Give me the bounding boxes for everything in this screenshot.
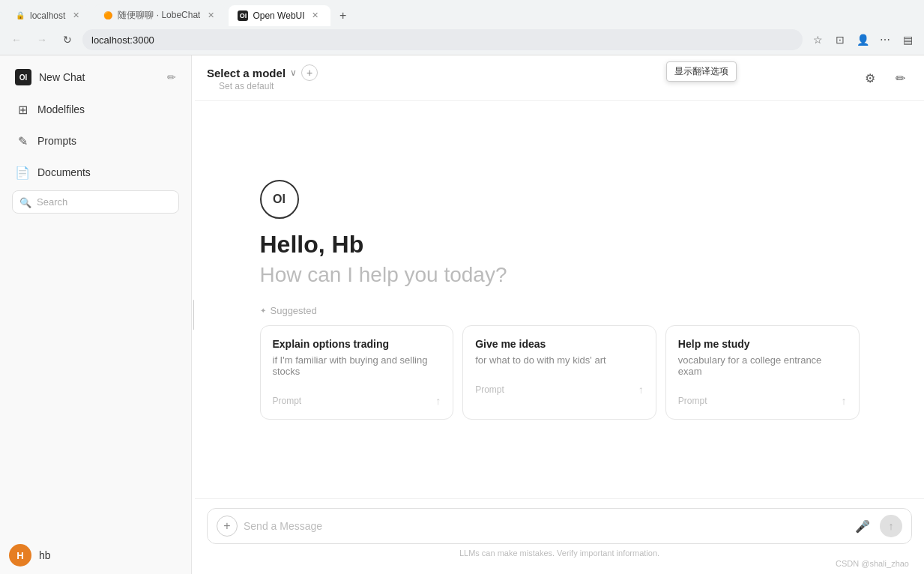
sidebar-top: OI New Chat ✏ ⊞ Modelfiles ✎ Prompts 📄 D… (0, 55, 191, 226)
address-text: localhost:3000 (91, 34, 154, 46)
settings-icon[interactable]: ⚙ (858, 66, 882, 90)
model-selector-chevron-icon: ∨ (290, 67, 297, 78)
address-input[interactable]: localhost:3000 (82, 29, 803, 50)
input-add-button[interactable]: + (217, 516, 238, 537)
suggested-label: Suggested (260, 305, 317, 316)
sidebar-item-modelfiles-label: Modelfiles (37, 103, 176, 115)
card-1-prompt-label: Prompt (475, 384, 504, 395)
card-2-subtitle: vocabulary for a college entrance exam (678, 354, 847, 377)
tab-bar: 🔒 localhost ✕ 🟠 随便聊聊 · LobeChat ✕ OI Ope… (0, 0, 924, 26)
card-1-subtitle: for what to do with my kids' art (475, 354, 644, 366)
tab-openwebui-close[interactable]: ✕ (309, 10, 321, 22)
oi-logo-badge: OI (15, 69, 31, 85)
model-selector-label: Select a model (207, 67, 286, 79)
model-selector[interactable]: Select a model ∨ + (207, 64, 318, 81)
main-content: Select a model ∨ + Set as default ⚙ ✏ OI… (195, 55, 924, 574)
bookmark-icon[interactable]: ☆ (807, 29, 828, 50)
back-button[interactable]: ← (6, 29, 27, 50)
oi-logo-text: OI (273, 193, 286, 206)
greeting-text: Hello, Hb (260, 231, 364, 259)
search-input[interactable] (12, 190, 179, 214)
set-default-label[interactable]: Set as default (207, 81, 318, 91)
new-chat-label: New Chat (39, 71, 85, 83)
tab-localhost[interactable]: 🔒 localhost ✕ (6, 5, 91, 26)
avatar: H (9, 544, 31, 567)
translation-tooltip[interactable]: 显示翻译选项 (666, 61, 737, 82)
tab-localhost-close[interactable]: ✕ (70, 10, 82, 22)
chat-area: OI Hello, Hb How can I help you today? S… (195, 101, 924, 498)
watermark-text: CSDN @shali_zhao (207, 559, 912, 568)
resize-line (193, 300, 194, 330)
card-2-footer: Prompt ↑ (678, 395, 847, 407)
input-area: + 🎤 ↑ LLMs can make mistakes. Verify imp… (195, 498, 924, 574)
card-2-arrow-icon: ↑ (842, 395, 847, 407)
forward-button[interactable]: → (31, 29, 52, 50)
send-button[interactable]: ↑ (880, 515, 902, 537)
suggestion-cards: Explain options trading if I'm familiar … (260, 325, 860, 420)
top-bar: Select a model ∨ + Set as default ⚙ ✏ (195, 55, 924, 101)
card-0-prompt-label: Prompt (273, 396, 302, 406)
tab-lobechat-close[interactable]: ✕ (205, 10, 217, 22)
new-chat-left: OI New Chat (15, 69, 85, 85)
card-2-prompt-label: Prompt (678, 396, 707, 406)
sidebar-item-modelfiles[interactable]: ⊞ Modelfiles (6, 94, 185, 124)
suggestion-card-1[interactable]: Give me ideas for what to do with my kid… (462, 325, 656, 420)
sidebar-toggle-icon[interactable]: ▤ (897, 29, 918, 50)
sidebar-item-prompts-label: Prompts (37, 135, 176, 147)
address-bar: ← → ↻ localhost:3000 ☆ ⊡ 👤 ⋯ ▤ (0, 26, 924, 55)
sidebar-item-documents[interactable]: 📄 Documents (6, 157, 185, 187)
new-chat-row[interactable]: OI New Chat ✏ (6, 61, 185, 93)
tab-openwebui[interactable]: OI Open WebUI ✕ (229, 5, 330, 26)
sidebar: OI New Chat ✏ ⊞ Modelfiles ✎ Prompts 📄 D… (0, 55, 192, 574)
suggestion-card-2[interactable]: Help me study vocabulary for a college e… (665, 325, 860, 420)
message-input[interactable] (244, 520, 845, 532)
search-box: 🔍 (12, 190, 179, 214)
card-0-title: Explain options trading (273, 338, 441, 350)
translation-tooltip-text: 显示翻译选项 (674, 66, 728, 76)
help-text: How can I help you today? (260, 263, 507, 287)
modelfiles-icon: ⊞ (15, 102, 30, 117)
tab-localhost-label: localhost (30, 10, 65, 21)
tab-lobechat[interactable]: 🟠 随便聊聊 · LobeChat ✕ (94, 4, 226, 26)
card-0-footer: Prompt ↑ (273, 395, 441, 407)
app-container: OI New Chat ✏ ⊞ Modelfiles ✎ Prompts 📄 D… (0, 55, 924, 574)
openwebui-favicon: OI (238, 10, 248, 21)
localhost-favicon: 🔒 (15, 10, 25, 21)
username: hb (39, 549, 51, 561)
mic-button[interactable]: 🎤 (851, 515, 874, 537)
extensions-icon[interactable]: ⊡ (830, 29, 851, 50)
edit-icon: ✏ (167, 71, 176, 83)
lobechat-favicon: 🟠 (103, 10, 113, 21)
sidebar-item-prompts[interactable]: ✎ Prompts (6, 126, 185, 156)
input-row: + 🎤 ↑ (207, 508, 912, 544)
reload-button[interactable]: ↻ (57, 29, 78, 50)
browser-chrome: 🔒 localhost ✕ 🟠 随便聊聊 · LobeChat ✕ OI Ope… (0, 0, 924, 55)
prompts-icon: ✎ (15, 133, 30, 148)
card-0-subtitle: if I'm familiar with buying and selling … (273, 354, 441, 377)
card-2-title: Help me study (678, 338, 847, 350)
card-1-arrow-icon: ↑ (638, 384, 644, 396)
sidebar-item-documents-label: Documents (37, 166, 176, 178)
suggested-label-text: Suggested (271, 305, 317, 316)
profile-icon[interactable]: 👤 (852, 29, 873, 50)
card-1-footer: Prompt ↑ (475, 384, 644, 396)
model-add-button[interactable]: + (301, 64, 318, 81)
more-icon[interactable]: ⋯ (875, 29, 896, 50)
tab-openwebui-label: Open WebUI (253, 10, 304, 21)
suggestion-card-0[interactable]: Explain options trading if I'm familiar … (260, 325, 454, 420)
sidebar-footer[interactable]: H hb (0, 537, 191, 574)
card-0-arrow-icon: ↑ (435, 395, 441, 407)
compose-icon[interactable]: ✏ (888, 66, 912, 90)
oi-logo: OI (260, 180, 299, 219)
tab-lobechat-label: 随便聊聊 · LobeChat (118, 9, 200, 22)
avatar-initials: H (16, 550, 23, 561)
new-tab-button[interactable]: + (333, 6, 353, 25)
welcome-section: OI Hello, Hb How can I help you today? S… (260, 180, 860, 420)
disclaimer-text: LLMs can make mistakes. Verify important… (207, 544, 912, 559)
toolbar-actions: ☆ ⊡ 👤 ⋯ ▤ (807, 29, 918, 50)
search-icon: 🔍 (19, 196, 31, 208)
card-1-title: Give me ideas (475, 338, 644, 350)
top-bar-right: ⚙ ✏ (858, 66, 912, 90)
documents-icon: 📄 (15, 165, 30, 180)
